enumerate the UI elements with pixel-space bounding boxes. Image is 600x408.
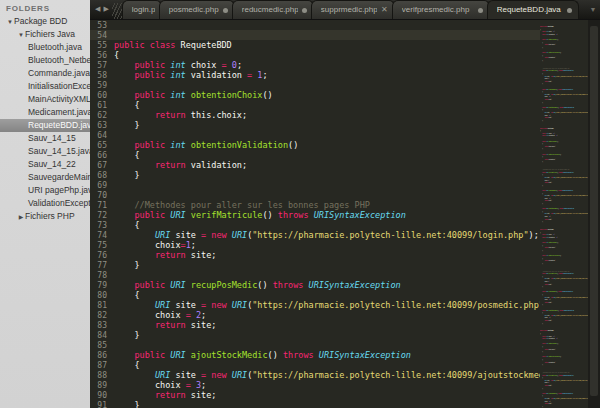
tab-label: login.p: [132, 1, 155, 19]
sidebar-item-label: RequeteBDD.java: [28, 120, 90, 130]
minimap[interactable]: public class RequeteBDD{ public int choi…: [540, 20, 588, 408]
code-line: 83 return site;: [90, 320, 540, 330]
sidebar-item-sauv-14-15[interactable]: Sauv_14_15: [0, 132, 90, 145]
expanded-triangle-icon[interactable]: ▼: [6, 16, 14, 28]
tab-requetebdd-java[interactable]: RequeteBDD.java: [487, 0, 579, 19]
dirty-dot-icon: [302, 8, 307, 13]
sidebar-item-label: Bluetooth.java: [28, 42, 82, 52]
dirty-dot-icon: [478, 8, 483, 13]
code-line: 82 choix = 2;: [90, 310, 540, 320]
editor-pane: ◀ ▶ login.pposmedic.phpreducmedic.phpsup…: [90, 0, 600, 408]
tab-overflow-icon[interactable]: ▼: [586, 0, 600, 20]
sidebar-item-uri-pagephp-java[interactable]: URI pagePhp.java: [0, 184, 90, 197]
code-line: 81 URI site = new URI("https://pharmacie…: [90, 300, 540, 310]
tabs-container: login.pposmedic.phpreducmedic.phpsupprme…: [122, 0, 576, 19]
code-line: 56{: [90, 50, 540, 60]
sublime-text-window: FOLDERS ▼Package BDD▼Fichiers JavaBlueto…: [0, 0, 600, 408]
minimap-content: public class RequeteBDD{ public int choi…: [540, 20, 588, 408]
expanded-triangle-icon[interactable]: ▼: [17, 29, 25, 41]
tab-posmedic-php[interactable]: posmedic.php: [159, 0, 235, 19]
code-line: 73 {: [90, 220, 540, 230]
code-line: 68 }: [90, 170, 540, 180]
tab-scroll-right-icon[interactable]: ▶: [103, 0, 108, 19]
file-tree: ▼Package BDD▼Fichiers JavaBluetooth.java…: [0, 15, 90, 223]
vertical-scrollbar: [588, 20, 600, 408]
sidebar-item-initialisationexcep[interactable]: InitialisationExcep: [0, 80, 90, 93]
code-line: 60 public int obtentionChoix(): [90, 90, 540, 100]
sidebar-item-bluetooth-netbea[interactable]: Bluetooth_Netbea: [0, 54, 90, 67]
code-line: 74 URI site = new URI("https://pharmacie…: [90, 230, 540, 240]
sidebar-item-label: Sauv_14_15: [28, 133, 76, 143]
sidebar-item-validationexceptio[interactable]: ValidationExceptio: [0, 197, 90, 210]
tab-bar: ◀ ▶ login.pposmedic.phpreducmedic.phpsup…: [90, 0, 600, 20]
code-line: 78: [90, 270, 540, 280]
code-line: 53: [90, 20, 540, 30]
sidebar-item-label: MainActivityXML.x: [28, 94, 90, 104]
scrollbar-thumb[interactable]: [590, 26, 598, 396]
tab-label: verifpresmedic.php: [402, 1, 474, 19]
code-line: 54: [90, 30, 540, 40]
dirty-dot-icon: [223, 8, 228, 13]
sidebar-item-label: URI pagePhp.java: [28, 185, 90, 195]
code-line: 57 public int choix = 0;: [90, 60, 540, 70]
sidebar-item-bluetooth-java[interactable]: Bluetooth.java: [0, 41, 90, 54]
code-area[interactable]: 535455public class RequeteBDD56{57 publi…: [90, 20, 540, 408]
code-line: 63 }: [90, 120, 540, 130]
code-line: 84 }: [90, 330, 540, 340]
code-line: 58 public int validation = 1;: [90, 70, 540, 80]
code-line: 55public class RequeteBDD: [90, 40, 540, 50]
code-line: 75 choix=1;: [90, 240, 540, 250]
code-line: 71 //Methodes pour aller sur les bonnes …: [90, 200, 540, 210]
close-tab-icon[interactable]: ✕: [381, 1, 388, 19]
code-line: 77 }: [90, 260, 540, 270]
sidebar-item-medicament-java[interactable]: Medicament.java: [0, 106, 90, 119]
tab-supprmedic-php[interactable]: supprmedic.php✕: [311, 0, 395, 19]
code-line: 61 {: [90, 100, 540, 110]
code-line: 59: [90, 80, 540, 90]
code-line: 64: [90, 130, 540, 140]
code-line: 67 return validation;: [90, 160, 540, 170]
sidebar-item-commande-java[interactable]: Commande.java: [0, 67, 90, 80]
tab-login-p[interactable]: login.p: [122, 0, 162, 19]
tab-verifpresmedic-php[interactable]: verifpresmedic.php: [392, 0, 490, 19]
code-line: 62 return this.choix;: [90, 110, 540, 120]
code-line: 69: [90, 180, 540, 190]
tab-scroll-left-icon[interactable]: ◀: [95, 0, 100, 19]
code-line: 87 {: [90, 360, 540, 370]
code-line: 86 public URI ajoutStockMedic() throws U…: [90, 350, 540, 360]
sidebar-item-label: Package BDD: [14, 16, 67, 26]
sidebar-item-label: Sauv_14_22: [28, 159, 76, 169]
sidebar-item-label: Fichiers Java: [25, 29, 75, 39]
sidebar-item-package-bdd[interactable]: ▼Package BDD: [0, 15, 90, 28]
code-line: 79 public URI recupPosMedic() throws URI…: [90, 280, 540, 290]
sidebar-item-sauvegardemaina[interactable]: SauvegardeMainA: [0, 171, 90, 184]
collapsed-triangle-icon[interactable]: ▶: [17, 211, 25, 223]
tab-reducmedic-php[interactable]: reducmedic.php: [232, 0, 314, 19]
sidebar-item-requetebdd-java[interactable]: RequeteBDD.java: [0, 119, 90, 132]
code-line: 85: [90, 340, 540, 350]
sidebar-item-sauv-14-15-java[interactable]: Sauv_14_15.java: [0, 145, 90, 158]
folders-sidebar: FOLDERS ▼Package BDD▼Fichiers JavaBlueto…: [0, 0, 90, 408]
sidebar-item-sauv-14-22[interactable]: Sauv_14_22: [0, 158, 90, 171]
tab-label: posmedic.php: [169, 1, 219, 19]
sidebar-item-mainactivityxml-x[interactable]: MainActivityXML.x: [0, 93, 90, 106]
code-line: 91 }: [90, 400, 540, 408]
code-line: 90 return site;: [90, 390, 540, 400]
dirty-dot-icon: [567, 8, 572, 13]
sidebar-item-label: ValidationExceptio: [28, 198, 90, 208]
sidebar-item-label: Bluetooth_Netbea: [28, 55, 90, 65]
folders-header: FOLDERS: [0, 0, 90, 15]
sidebar-item-label: Commande.java: [28, 68, 90, 78]
squeezed-tabs-decoration: [112, 3, 122, 19]
sidebar-item-fichiers-php[interactable]: ▶Fichiers PHP: [0, 210, 90, 223]
code-line: 70: [90, 190, 540, 200]
code-line: 76 return site;: [90, 250, 540, 260]
code-line: 65 public int obtentionValidation(): [90, 140, 540, 150]
line-number: 91: [90, 401, 114, 408]
code-line: 66 {: [90, 150, 540, 160]
code-line: 88 URI site = new URI("https://pharmacie…: [90, 370, 540, 380]
code-line: 72 public URI verifMatricule() throws UR…: [90, 210, 540, 220]
code-line: 80 {: [90, 290, 540, 300]
tab-scroll-controls: ◀ ▶: [90, 0, 112, 19]
sidebar-item-fichiers-java[interactable]: ▼Fichiers Java: [0, 28, 90, 41]
